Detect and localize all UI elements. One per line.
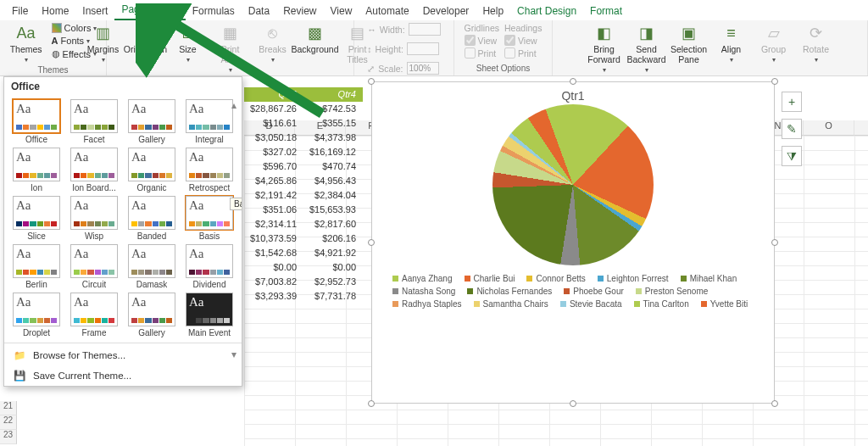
- chart-title[interactable]: Qtr1: [372, 82, 774, 103]
- tab-file[interactable]: File: [5, 2, 35, 20]
- table-cell[interactable]: $0.00: [244, 260, 303, 275]
- theme-ion-board-[interactable]: AaIon Board...: [65, 146, 123, 194]
- table-cell[interactable]: $351.06: [244, 203, 303, 217]
- align-button[interactable]: ≡Align▾: [713, 22, 750, 65]
- tab-insert[interactable]: Insert: [75, 2, 114, 20]
- background-button[interactable]: ▩Background: [297, 22, 334, 56]
- row-head[interactable]: 21: [0, 401, 17, 415]
- col-head[interactable]: O: [804, 120, 854, 136]
- table-cell[interactable]: $2,191.42: [244, 188, 303, 203]
- table-cell[interactable]: $7,731.78: [303, 289, 363, 304]
- tab-format[interactable]: Format: [583, 2, 629, 20]
- table-cell[interactable]: $0.00: [303, 260, 363, 275]
- table-cell[interactable]: $28,867.26: [244, 102, 303, 116]
- breaks-button[interactable]: ⎋Breaks▾: [254, 22, 292, 65]
- table-cell[interactable]: $3,293.39: [244, 289, 303, 304]
- browse-themes[interactable]: 📁Browse for Themes...: [4, 345, 242, 365]
- table-cell[interactable]: $10,373.59: [244, 231, 303, 246]
- group-button[interactable]: ▱Group▾: [755, 22, 793, 65]
- legend-item: Connor Betts: [526, 274, 585, 283]
- tab-automate[interactable]: Automate: [359, 2, 415, 20]
- table-cell[interactable]: $7,003.82: [244, 275, 303, 289]
- theme-berlin[interactable]: AaBerlin: [8, 243, 65, 291]
- table-cell[interactable]: $4,265.86: [244, 174, 303, 188]
- headings-view[interactable]: View: [504, 34, 542, 47]
- tab-data[interactable]: Data: [242, 2, 276, 20]
- legend-item: Leighton Forrest: [598, 274, 669, 283]
- resize-handle[interactable]: [368, 239, 375, 246]
- selection-pane-button[interactable]: ▣Selection Pane: [670, 22, 708, 66]
- table-cell[interactable]: $4,373.98: [303, 131, 363, 145]
- tab-help[interactable]: Help: [476, 2, 510, 20]
- theme-gallery[interactable]: AaGallery: [123, 291, 181, 339]
- theme-slice[interactable]: AaSlice: [8, 194, 65, 243]
- size-button[interactable]: 🗎Size▾: [170, 22, 207, 65]
- theme-droplet[interactable]: AaDroplet: [8, 291, 65, 339]
- resize-handle[interactable]: [570, 400, 576, 407]
- scale-height[interactable]: ↕ Height:: [367, 42, 439, 56]
- table-cell[interactable]: $4,956.43: [303, 174, 363, 188]
- table-cell[interactable]: $4,921.92: [303, 246, 363, 260]
- send-backward-button[interactable]: ◨Send Backward▾: [628, 22, 665, 75]
- theme-frame[interactable]: AaFrame: [65, 291, 123, 339]
- table-cell[interactable]: $206.16: [303, 231, 363, 246]
- table-cell[interactable]: $742.53: [303, 102, 363, 116]
- bring-forward-button[interactable]: ◧Bring Forward▾: [586, 22, 623, 75]
- theme-organic[interactable]: AaOrganic: [123, 146, 181, 194]
- theme-banded[interactable]: AaBanded: [123, 194, 181, 243]
- pie-chart[interactable]: [492, 104, 654, 265]
- scale-scale[interactable]: ⤢ Scale:: [367, 61, 438, 75]
- table-cell[interactable]: $3,050.18: [244, 131, 303, 145]
- resize-handle[interactable]: [771, 78, 778, 85]
- table-cell[interactable]: $2,384.04: [303, 188, 363, 203]
- rotate-button[interactable]: ⟳Rotate▾: [798, 22, 835, 65]
- scale-width[interactable]: ↔ Width:: [367, 22, 440, 36]
- tab-home[interactable]: Home: [35, 2, 75, 20]
- chart-styles-button[interactable]: ✎: [782, 119, 802, 139]
- table-cell[interactable]: $470.74: [303, 159, 363, 174]
- headings-print[interactable]: Print: [504, 47, 542, 59]
- col-head[interactable]: P: [854, 120, 868, 136]
- tab-chart-design[interactable]: Chart Design: [510, 2, 583, 20]
- resize-handle[interactable]: [771, 239, 778, 246]
- theme-circuit[interactable]: AaCircuit: [65, 243, 123, 291]
- theme-facet[interactable]: AaFacet: [65, 98, 123, 146]
- row-head[interactable]: 23: [0, 430, 17, 444]
- table-cell[interactable]: $1,542.68: [244, 246, 303, 260]
- table-cell[interactable]: $2,817.60: [303, 217, 363, 231]
- resize-handle[interactable]: [368, 400, 375, 407]
- resize-handle[interactable]: [771, 400, 778, 407]
- table-cell[interactable]: $596.70: [244, 159, 303, 174]
- tab-view[interactable]: View: [324, 2, 359, 20]
- table-cell[interactable]: $2,314.11: [244, 217, 303, 231]
- dropdown-scrollbar[interactable]: ▴▾: [228, 99, 240, 360]
- margins-button[interactable]: ▥Margins▾: [85, 22, 122, 65]
- table-cell[interactable]: $355.15: [303, 116, 363, 131]
- tab-review[interactable]: Review: [276, 2, 323, 20]
- themes-button[interactable]: AaThemes▾: [8, 22, 45, 65]
- theme-office[interactable]: AaOffice: [8, 98, 65, 146]
- table-cell[interactable]: $15,653.93: [303, 203, 363, 217]
- theme-ion[interactable]: AaIon: [8, 146, 65, 194]
- chart-object[interactable]: Qtr1 Aanya ZhangCharlie BuiConnor BettsL…: [371, 81, 775, 404]
- resize-handle[interactable]: [368, 78, 375, 85]
- tab-formulas[interactable]: Formulas: [186, 2, 242, 20]
- table-cell[interactable]: $2,952.73: [303, 275, 363, 289]
- theme-gallery[interactable]: AaGallery: [123, 98, 181, 146]
- resize-handle[interactable]: [570, 78, 576, 85]
- tab-page-layout[interactable]: Page Layout: [114, 0, 185, 20]
- print-area-button[interactable]: ▦Print Area▾: [212, 22, 249, 75]
- chart-filters-button[interactable]: ⧩: [782, 146, 802, 166]
- theme-damask[interactable]: AaDamask: [123, 243, 181, 291]
- table-cell[interactable]: $116.61: [244, 116, 303, 131]
- orientation-button[interactable]: ▯Orientation▾: [127, 22, 164, 65]
- save-theme[interactable]: 💾Save Current Theme...: [4, 365, 242, 386]
- table-cell[interactable]: $16,169.12: [303, 145, 363, 159]
- gridlines-print[interactable]: Print: [465, 47, 499, 59]
- row-head[interactable]: 22: [0, 415, 17, 430]
- table-cell[interactable]: $327.02: [244, 145, 303, 159]
- chart-elements-button[interactable]: +: [782, 92, 802, 112]
- tab-developer[interactable]: Developer: [416, 2, 476, 20]
- gridlines-view[interactable]: View: [465, 34, 499, 47]
- theme-wisp[interactable]: AaWisp: [65, 194, 123, 243]
